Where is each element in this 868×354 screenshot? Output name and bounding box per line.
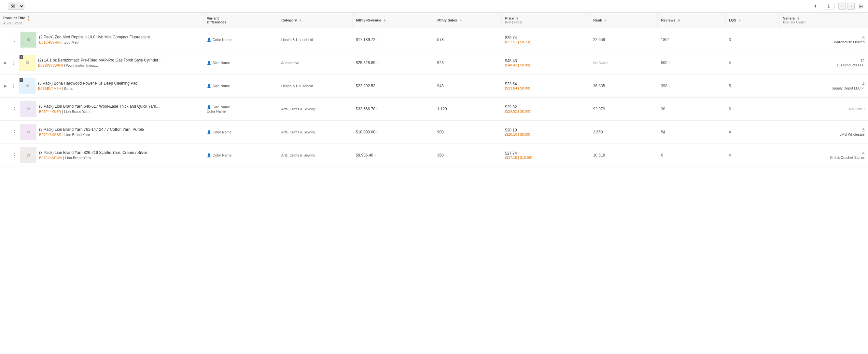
page-input[interactable] bbox=[823, 3, 834, 9]
verified-icon: ✓ bbox=[862, 86, 865, 90]
download-csv-button[interactable]: ⬇ bbox=[812, 4, 817, 8]
image-placeholder: 🖼 bbox=[27, 154, 30, 157]
page-nav: ‹ › bbox=[821, 3, 855, 10]
next-page-button[interactable]: › bbox=[847, 3, 855, 10]
reviews-info-icon[interactable]: ℹ bbox=[669, 61, 670, 65]
sales-cell-0: 578 bbox=[434, 28, 502, 52]
sellers-cell-4: 5LMS Wholesale bbox=[780, 121, 868, 144]
rank-no-data: No Data bbox=[593, 61, 606, 65]
image-placeholder: 🖼 bbox=[26, 61, 29, 64]
row-menu-button[interactable]: ⋮ bbox=[11, 129, 18, 136]
col-header-variant: VariantDifferences bbox=[204, 13, 278, 28]
expand-button[interactable]: ▶ bbox=[3, 60, 7, 66]
lqs-cell-2: 5 bbox=[725, 74, 780, 98]
variant-icon: 👤 bbox=[207, 105, 211, 109]
image-placeholder: 🖼 bbox=[27, 107, 30, 110]
sales-cell-1: 523 bbox=[434, 52, 502, 74]
product-asin[interactable]: B07F44SPWV bbox=[39, 156, 62, 160]
category-cell-2: Health & Household bbox=[278, 74, 352, 98]
product-asin[interactable]: B07F44YK3R bbox=[39, 110, 61, 114]
row-menu-button[interactable]: ⋮ bbox=[11, 105, 18, 113]
revenue-info-icon[interactable]: ℹ bbox=[376, 107, 378, 111]
price-main: $20.10 bbox=[505, 128, 587, 132]
sales-cell-2: 943 bbox=[434, 74, 502, 98]
product-title: (3 Pack) Lion Brand Yarn 640-617 Wool-Ea… bbox=[39, 104, 200, 109]
seller-name: LMS Wholesale bbox=[783, 132, 865, 136]
price-cell-0: $29.74 ($21.51 | $8.23) bbox=[502, 28, 590, 52]
product-asin[interactable]: B015HU2HF8 bbox=[39, 40, 61, 44]
product-asin[interactable]: B09SWYJWRR bbox=[38, 63, 63, 67]
prev-page-button[interactable]: ‹ bbox=[838, 3, 845, 10]
col-header-sales[interactable]: Mthly Sales ⇅ bbox=[434, 13, 502, 28]
row-menu-button[interactable]: ⋮ bbox=[11, 152, 18, 159]
sort-icon-reviews: ⇅ bbox=[678, 19, 680, 22]
table-row: ▶ ⋮ 2 🖼 (3 Pack) Bona Hardwood Power Plu… bbox=[0, 74, 868, 98]
col-header-category[interactable]: Category ⇅ bbox=[278, 13, 352, 28]
lqs-cell-1: 4 bbox=[725, 52, 780, 74]
product-badge: 2 bbox=[20, 78, 23, 82]
row-menu-button[interactable]: ⋮ bbox=[10, 82, 17, 90]
product-cell-4: ⋮ 🖼 (3 Pack) Lion Brand Yarn 761-147 24 … bbox=[0, 121, 204, 144]
product-brand: | Zoo Med bbox=[63, 40, 79, 44]
product-badge: 1 bbox=[20, 55, 23, 59]
sort-icon-sales: ⇅ bbox=[459, 19, 462, 22]
revenue-cell-5: $9,986.40 ℹ bbox=[352, 144, 434, 167]
table-body: ⋮ 🖼 (2 Pack) Zoo Med Reptisun 10.0 Uvb M… bbox=[0, 28, 868, 167]
category-cell-3: Arts, Crafts & Sewing bbox=[278, 98, 352, 121]
revenue-cell-3: $33,666.78 ℹ bbox=[352, 98, 434, 121]
revenue-cell-0: $17,189.72 ℹ bbox=[352, 28, 434, 52]
revenue-info-icon[interactable]: ℹ bbox=[376, 61, 378, 65]
product-title: (3 Pack) Lion Brand Yarn 761-147 24 / 7 … bbox=[39, 127, 200, 132]
grid-view-icon[interactable]: ⊞ bbox=[859, 3, 863, 9]
sellers-cell-1: 12DB Products LLC bbox=[780, 52, 868, 74]
revenue-cell-4: $18,090.00 ℹ bbox=[352, 121, 434, 144]
seller-name: Supply Depot LLC ✓ bbox=[783, 86, 865, 91]
lqs-cell-3: 6 bbox=[725, 98, 780, 121]
col-header-reviews[interactable]: Reviews ⇅ bbox=[658, 13, 725, 28]
expand-button[interactable]: ▶ bbox=[3, 83, 7, 89]
rank-info-icon[interactable]: ℹ bbox=[607, 61, 609, 65]
revenue-info-icon[interactable]: ℹ bbox=[374, 153, 376, 157]
products-table: Product Title ▲▲ ASIN | Brand VariantDif… bbox=[0, 13, 868, 167]
product-info: (3 Pack) Lion Brand Yarn 826-216 Scarfie… bbox=[39, 150, 200, 160]
col-header-price[interactable]: Price ⇅ (Net | Fees) bbox=[502, 13, 590, 28]
seller-count: 4 bbox=[783, 82, 865, 86]
product-image: 1 🖼 bbox=[19, 55, 35, 71]
reviews-info-icon[interactable]: ℹ bbox=[669, 84, 670, 88]
reviews-cell-4: 54 bbox=[658, 121, 725, 144]
product-brand: | Bona bbox=[62, 87, 72, 91]
variant-icon: 👤 bbox=[207, 153, 211, 157]
sort-icon-price: ⇅ bbox=[516, 17, 518, 20]
seller-info-icon[interactable]: ℹ bbox=[863, 107, 865, 111]
table-row: ▶ ⋮ 1 🖼 (2) 14.1 oz Bernzomatic Pre-Fill… bbox=[0, 52, 868, 74]
col-header-revenue[interactable]: Mthly Revenue ⇅ bbox=[352, 13, 434, 28]
col-header-rank[interactable]: Rank ⇅ bbox=[590, 13, 658, 28]
revenue-info-icon[interactable]: ℹ bbox=[376, 38, 378, 42]
product-asin[interactable]: B07BBV4M8H bbox=[38, 87, 61, 91]
table-row: ⋮ 🖼 (3 Pack) Lion Brand Yarn 826-216 Sca… bbox=[0, 144, 868, 167]
seller-name: DB Products LLC bbox=[783, 63, 865, 67]
table-row: ⋮ 🖼 (3 Pack) Lion Brand Yarn 761-147 24 … bbox=[0, 121, 868, 144]
image-placeholder: 🖼 bbox=[26, 84, 29, 88]
revenue-info-icon[interactable]: ℹ bbox=[376, 130, 378, 134]
price-sub: ($29.82 | $0.00) bbox=[505, 109, 587, 113]
category-cell-5: Arts, Crafts & Sewing bbox=[278, 144, 352, 167]
variant-icon: 👤 bbox=[207, 61, 211, 65]
col-header-lqs[interactable]: LQS ⇅ bbox=[725, 13, 780, 28]
price-main: $48.43 bbox=[505, 59, 587, 63]
col-header-product[interactable]: Product Title ▲▲ ASIN | Brand bbox=[0, 13, 204, 28]
row-menu-button[interactable]: ⋮ bbox=[10, 59, 17, 67]
price-sub: ($48.43 | $0.00) bbox=[505, 63, 587, 67]
price-main: $27.74 bbox=[505, 151, 587, 156]
top-bar-left: 50 25 100 bbox=[5, 3, 27, 10]
product-brand: | Lion Brand Yarn bbox=[63, 133, 90, 137]
product-title: (2) 14.1 oz Bernzomatic Pre-Filled MAP-P… bbox=[38, 58, 200, 63]
rank-cell-4: 3,650 bbox=[590, 121, 658, 144]
sales-cell-3: 1,129 bbox=[434, 98, 502, 121]
seller-name: Knit & Crochet Stores bbox=[783, 156, 865, 159]
product-asin[interactable]: B07F46XSSR bbox=[39, 133, 61, 137]
col-header-sellers[interactable]: Sellers ⇅ Buy Box Owner bbox=[780, 13, 868, 28]
row-menu-button[interactable]: ⋮ bbox=[11, 36, 18, 43]
per-page-select[interactable]: 50 25 100 bbox=[8, 3, 24, 10]
lqs-cell-5: 4 bbox=[725, 144, 780, 167]
